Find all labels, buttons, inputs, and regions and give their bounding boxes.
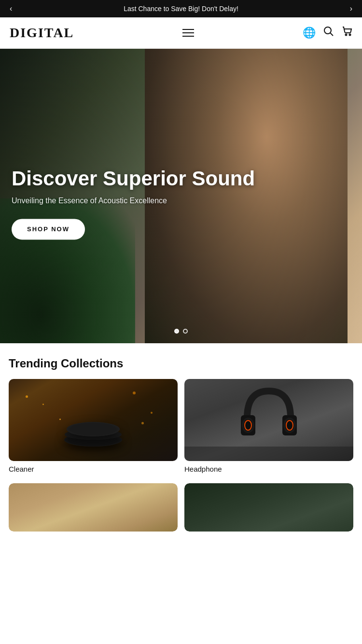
carousel-dot-1[interactable] — [174, 329, 179, 334]
cleaner-label: Cleaner — [9, 465, 34, 473]
announcement-bar: ‹ Last Chance to Save Big! Don't Delay! … — [0, 0, 362, 17]
header: DIGITAL 🌐 — [0, 17, 362, 49]
svg-point-2 — [345, 34, 347, 36]
hero-title: Discover Superior Sound — [12, 167, 255, 191]
globe-icon[interactable]: 🌐 — [303, 27, 316, 39]
search-icon[interactable] — [323, 26, 334, 40]
cart-icon[interactable] — [342, 26, 352, 40]
carousel-dots — [174, 329, 188, 334]
bottom-partial-grid — [0, 483, 362, 532]
shop-now-button[interactable]: SHOP NOW — [12, 219, 85, 240]
collection-card-headphone[interactable]: Headphone — [184, 379, 353, 474]
svg-point-3 — [349, 34, 350, 36]
announcement-next-button[interactable]: › — [345, 2, 357, 15]
headphone-card-image — [184, 379, 353, 461]
watch-image — [184, 483, 353, 532]
announcement-prev-button[interactable]: ‹ — [5, 2, 17, 15]
collection-card-cleaner[interactable]: Cleaner — [9, 379, 178, 474]
headphone-image — [184, 379, 353, 461]
carousel-dot-2[interactable] — [183, 329, 188, 334]
section-title: Trending Collections — [9, 357, 353, 370]
logo: DIGITAL — [10, 25, 74, 41]
collection-card-speaker[interactable] — [9, 483, 178, 532]
headphone-label: Headphone — [184, 465, 222, 473]
announcement-text: Last Chance to Save Big! Don't Delay! — [124, 5, 238, 13]
cleaner-image — [9, 379, 178, 461]
collections-grid: Cleaner — [9, 379, 353, 474]
hamburger-menu-button[interactable] — [181, 27, 196, 39]
svg-line-1 — [330, 33, 333, 36]
cleaner-card-image — [9, 379, 178, 461]
collection-card-watch[interactable] — [184, 483, 353, 532]
header-icons: 🌐 — [303, 26, 352, 40]
trending-section: Trending Collections Cleaner — [0, 343, 362, 483]
hero-content: Discover Superior Sound Unveiling the Es… — [12, 167, 255, 239]
hero-section: Discover Superior Sound Unveiling the Es… — [0, 49, 362, 343]
speaker-image — [9, 483, 178, 532]
svg-point-0 — [324, 27, 331, 34]
hero-subtitle: Unveiling the Essence of Acoustic Excell… — [12, 197, 255, 206]
